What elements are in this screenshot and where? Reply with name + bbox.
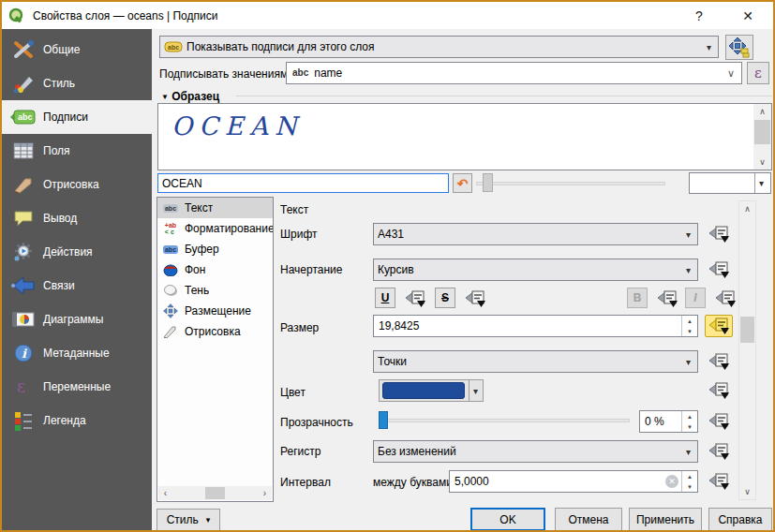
style-select[interactable]: Курсив ▾ <box>373 259 698 281</box>
abc-label-icon: abc <box>9 106 37 128</box>
strikeout-button[interactable]: S <box>435 288 455 308</box>
spacing-override-button[interactable] <box>705 470 733 493</box>
reset-sample-button[interactable]: ↶ <box>453 173 472 193</box>
epsilon-icon: ε <box>754 65 762 81</box>
cancel-button[interactable]: Отмена <box>555 508 622 531</box>
clear-icon[interactable]: ✕ <box>665 475 678 488</box>
hscroll-track[interactable] <box>172 486 258 500</box>
scroll-up-icon[interactable]: ∧ <box>739 201 755 216</box>
spinner[interactable]: ▲▼ <box>681 411 697 432</box>
strikeout-override-button[interactable] <box>461 288 489 310</box>
label-field-select[interactable]: abc name ∨ <box>286 62 742 84</box>
spin-up-icon[interactable]: ▲ <box>682 411 697 421</box>
color-button[interactable]: ▾ <box>379 379 484 402</box>
help-titlebar-button[interactable]: ? <box>683 2 715 29</box>
panel-scrollbar[interactable]: ∧ ∨ <box>738 200 756 500</box>
size-override-button-active[interactable] <box>705 315 733 337</box>
style-menu-button[interactable]: Стиль ▾ <box>156 509 220 531</box>
sidebar-item-variables[interactable]: ε Переменные <box>2 370 152 404</box>
spacing-spinbox[interactable]: 5,0000 ✕ ▲▼ <box>449 470 698 493</box>
spinner[interactable]: ▲▼ <box>681 316 697 336</box>
sidebar-item-fields[interactable]: Поля <box>2 134 152 168</box>
scroll-down-icon[interactable]: ∨ <box>739 484 755 499</box>
sidebar-item-label: Общие <box>43 43 80 56</box>
apply-button[interactable]: Применить <box>629 508 702 531</box>
preview-scrollbar[interactable]: ∧ ∨ <box>753 104 771 170</box>
scroll-left-icon[interactable]: ‹ <box>158 488 172 498</box>
scroll-down-icon[interactable]: ∨ <box>753 155 771 170</box>
bold-override-button[interactable] <box>653 288 681 310</box>
list-item-shadow[interactable]: Тень <box>157 280 273 301</box>
render-brush-icon <box>160 325 181 338</box>
list-item-rendering[interactable]: Отрисовка <box>157 321 273 342</box>
sidebar-item-display[interactable]: Вывод <box>2 201 152 235</box>
case-override-button[interactable] <box>705 440 733 463</box>
color-override-button[interactable] <box>705 379 733 402</box>
underline-button[interactable]: U <box>375 288 395 308</box>
chevron-down-icon: ▾ <box>683 229 693 240</box>
italic-override-button[interactable] <box>711 288 739 310</box>
case-select[interactable]: Без изменений ▾ <box>373 440 698 463</box>
font-override-button[interactable] <box>705 223 733 245</box>
sample-text-input[interactable] <box>157 173 449 193</box>
slider-handle[interactable] <box>483 173 493 192</box>
italic-button[interactable]: I <box>685 288 706 308</box>
size-value: 19,8425 <box>374 319 681 332</box>
legend-icon <box>9 409 37 432</box>
bold-button[interactable]: B <box>627 288 648 308</box>
sidebar-item-label: Вывод <box>43 212 77 225</box>
underline-override-button[interactable] <box>401 288 429 310</box>
spin-up-icon[interactable]: ▲ <box>682 471 697 481</box>
sidebar-item-diagrams[interactable]: Диаграммы <box>2 303 152 336</box>
close-button[interactable]: ✕ <box>732 2 764 29</box>
sidebar-item-labels[interactable]: abc Подписи <box>2 100 152 134</box>
scrollbar-thumb[interactable] <box>754 120 770 144</box>
spin-down-icon[interactable]: ▼ <box>682 326 697 336</box>
preview-size-slider[interactable] <box>476 182 665 185</box>
scrollbar-thumb[interactable] <box>740 317 754 343</box>
opacity-slider[interactable] <box>379 419 630 422</box>
scroll-right-icon[interactable]: › <box>258 488 272 498</box>
ok-button[interactable]: OK <box>470 508 545 531</box>
opacity-spinbox[interactable]: 0 % ▲▼ <box>639 410 698 433</box>
size-units-select[interactable]: Точки ▾ <box>373 350 698 373</box>
preview-background-select[interactable]: ▾ <box>689 172 771 194</box>
units-override-button[interactable] <box>705 350 733 373</box>
label-mode-select[interactable]: abc Показывать подписи для этого слоя ▾ <box>159 36 719 58</box>
font-select[interactable]: A431 ▾ <box>373 223 698 245</box>
sidebar-item-rendering[interactable]: Отрисовка <box>2 168 152 201</box>
sidebar-item-actions[interactable]: Действия <box>2 235 152 269</box>
list-item-background[interactable]: Фон <box>157 259 273 280</box>
size-spinbox[interactable]: 19,8425 ▲▼ <box>373 315 698 337</box>
spin-down-icon[interactable]: ▼ <box>682 421 697 432</box>
list-item-formatting[interactable]: +ab< c Форматирование <box>157 218 273 239</box>
list-item-buffer[interactable]: abc Буфер <box>157 239 273 259</box>
list-item-text[interactable]: abc Текст <box>157 198 273 218</box>
list-item-placement[interactable]: Размещение <box>157 301 273 321</box>
opacity-slider-handle[interactable] <box>379 411 388 429</box>
spin-down-icon[interactable]: ▼ <box>682 481 697 492</box>
expression-builder-button[interactable]: ε <box>747 62 769 84</box>
scroll-up-icon[interactable]: ∧ <box>753 104 771 119</box>
opacity-override-button[interactable] <box>705 410 733 433</box>
spin-up-icon[interactable]: ▲ <box>682 316 697 326</box>
sidebar-item-metadata[interactable]: i Метаданные <box>2 336 152 370</box>
sample-group-label: Образец <box>171 90 219 103</box>
epsilon-icon: ε <box>9 376 37 398</box>
sidebar: Общие Стиль abc Подписи Поля Отрисовка В… <box>2 29 152 530</box>
sidebar-item-style[interactable]: Стиль <box>2 66 152 100</box>
list-horizontal-scrollbar[interactable]: ‹ › <box>158 486 272 500</box>
list-item-label: Буфер <box>185 243 219 256</box>
help-button[interactable]: Справка <box>708 508 772 531</box>
style-override-button[interactable] <box>705 259 733 281</box>
paintbrush-icon <box>9 72 37 95</box>
spinner[interactable]: ▲▼ <box>681 471 697 492</box>
sample-group-toggle[interactable]: ▼ Образец <box>161 90 219 103</box>
automated-placement-settings-button[interactable] <box>725 35 753 60</box>
sidebar-item-legend[interactable]: Легенда <box>2 404 152 437</box>
apply-label: Применить <box>636 513 694 526</box>
triangle-down-icon: ▼ <box>161 93 169 101</box>
sidebar-item-general[interactable]: Общие <box>2 33 152 66</box>
hscroll-thumb[interactable] <box>205 487 226 499</box>
sidebar-item-joins[interactable]: Связи <box>2 269 152 303</box>
